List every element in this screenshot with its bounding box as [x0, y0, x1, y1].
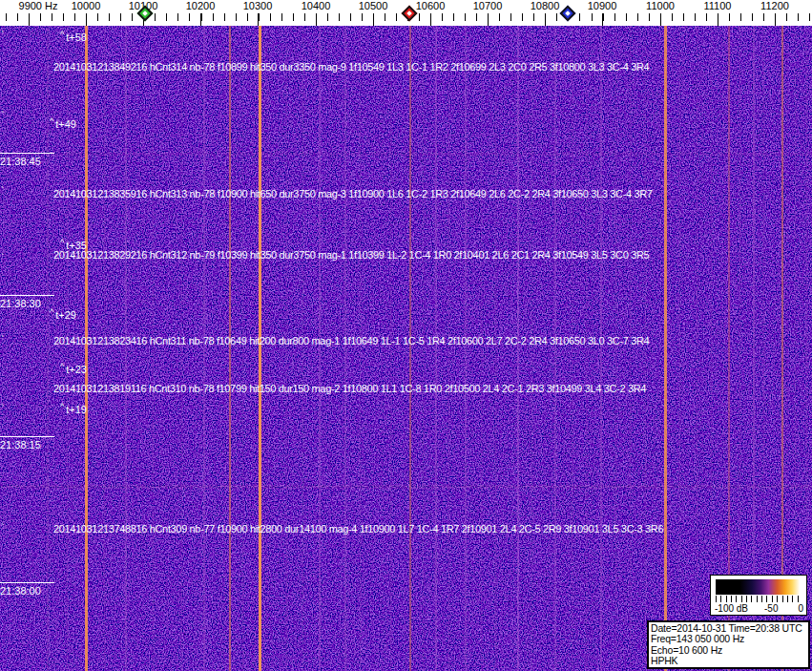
db-label-max: 0 — [798, 603, 803, 614]
edge-tick: ` — [1, 113, 5, 118]
spectral-line — [125, 26, 127, 671]
relative-time-marker: ^t+58 — [60, 31, 87, 43]
freq-major-tick — [258, 13, 259, 26]
spectrogram-canvas[interactable] — [0, 26, 812, 671]
freq-major-tick — [488, 13, 489, 26]
spectral-line — [242, 26, 243, 671]
spectral-line — [259, 26, 261, 671]
freq-tick-label: 10600 — [416, 0, 446, 11]
edge-tick: ` — [1, 406, 5, 411]
spectral-line — [181, 26, 182, 671]
caret-icon: ^ — [50, 307, 53, 317]
spectral-line — [531, 26, 532, 671]
freq-tick-label: 11100 — [704, 0, 732, 11]
caret-icon: ^ — [60, 238, 64, 247]
db-scale-legend: -100 dB -50 0 — [710, 575, 807, 616]
spectral-line — [586, 26, 587, 671]
db-scale-ticks — [716, 596, 802, 602]
freq-tick-label: 10700 — [473, 0, 503, 11]
detection-text: 20141031213748816 hCnt309 nb-77 f10900 h… — [53, 523, 663, 535]
spectral-line — [664, 26, 667, 671]
detection-text: 20141031213849216 hCnt314 nb-78 f10899 h… — [53, 61, 649, 73]
freq-tick-label: 10900 — [588, 0, 617, 11]
spectral-line — [679, 26, 680, 671]
relative-time-label: t+49 — [55, 118, 76, 130]
spectral-line — [554, 26, 556, 671]
freq-major-tick — [602, 13, 603, 26]
freq-tick-label: 10400 — [302, 0, 331, 11]
spectral-line — [615, 26, 616, 671]
caret-icon: ^ — [60, 362, 64, 371]
freq-tick-label: 10000 — [72, 0, 101, 11]
noise-band — [0, 486, 812, 488]
freq-tick-label: 11200 — [760, 0, 789, 11]
freq-major-tick — [29, 13, 30, 26]
spectral-line — [572, 26, 573, 671]
spectral-line — [229, 26, 231, 671]
spectral-line — [517, 26, 519, 671]
status-info-box: Date=2014-10-31 Time=20:38 UTC Freq=143 … — [647, 620, 810, 669]
relative-time-label: t+58 — [66, 31, 87, 43]
relative-time-marker: ^t+35 — [60, 240, 87, 251]
time-label: 21:38:15 — [0, 436, 54, 451]
spectral-line — [302, 26, 303, 671]
edge-tick: ` — [1, 255, 5, 261]
time-label: 21:38:45 — [0, 153, 54, 167]
relative-time-marker: ^t+23 — [60, 364, 87, 375]
green-diamond-marker[interactable] — [137, 6, 153, 21]
db-gradient-bar — [716, 579, 802, 595]
spectral-line — [360, 26, 361, 671]
detection-text: 20141031213835916 hCnt313 nb-78 f10900 h… — [53, 188, 653, 199]
edge-tick: ` — [1, 525, 5, 531]
freq-tick-label: 10800 — [531, 0, 560, 11]
relative-time-marker: ^t+49 — [50, 118, 76, 130]
time-label: 21:38:30 — [0, 295, 54, 309]
spectral-line — [47, 26, 49, 671]
spectrogram-app: 9900 Hz100001010010200103001040010500106… — [0, 0, 812, 671]
spectral-line — [645, 26, 646, 671]
spectral-line — [104, 26, 105, 671]
frequency-ruler[interactable]: 9900 Hz100001010010200103001040010500106… — [0, 0, 812, 26]
relative-time-label: t+29 — [55, 309, 76, 321]
spectral-line — [481, 26, 482, 671]
red-diamond-marker[interactable] — [402, 6, 417, 21]
spectral-line — [630, 26, 631, 671]
db-label-min: -100 dB — [715, 603, 748, 614]
spectral-line — [435, 26, 437, 671]
blue-diamond-marker[interactable] — [560, 6, 575, 21]
spectral-line — [203, 26, 205, 671]
spectral-line — [319, 26, 321, 671]
edge-tick: ` — [1, 188, 5, 194]
spectral-line — [286, 26, 287, 671]
caret-icon: ^ — [60, 402, 64, 411]
relative-time-label: t+35 — [66, 240, 87, 251]
spectral-line — [465, 26, 467, 671]
spectral-line — [390, 26, 391, 671]
db-label-mid: -50 — [764, 603, 778, 614]
freq-major-tick — [86, 13, 87, 26]
freq-major-tick — [775, 13, 776, 26]
freq-tick-label: 9900 Hz — [19, 0, 58, 11]
freq-major-tick — [373, 13, 374, 26]
spectral-line — [448, 26, 449, 671]
spectral-lines-layer — [0, 26, 812, 671]
detection-text: 20141031213823416 hCnt311 nb-78 f10649 h… — [53, 335, 649, 346]
freq-tick-label: 10500 — [359, 0, 388, 11]
freq-tick-label: 11000 — [646, 0, 675, 11]
spectral-line — [495, 26, 496, 671]
edge-tick: ` — [1, 32, 5, 38]
caret-icon: ^ — [50, 116, 53, 126]
detection-text: 20141031213819116 hCnt310 nb-78 f10799 h… — [53, 383, 646, 394]
relative-time-label: t+19 — [66, 404, 87, 415]
freq-tick-label: 10300 — [243, 0, 273, 11]
freq-major-tick — [718, 13, 718, 26]
freq-major-tick — [200, 13, 201, 26]
caret-icon: ^ — [60, 30, 64, 39]
spectral-line — [697, 26, 697, 671]
spectral-line — [344, 26, 346, 671]
spectral-line — [153, 26, 154, 671]
time-label: 21:38:00 — [0, 582, 54, 597]
spectral-line — [423, 26, 424, 671]
relative-time-label: t+23 — [66, 364, 87, 375]
info-station-id: HPHK — [651, 656, 806, 666]
